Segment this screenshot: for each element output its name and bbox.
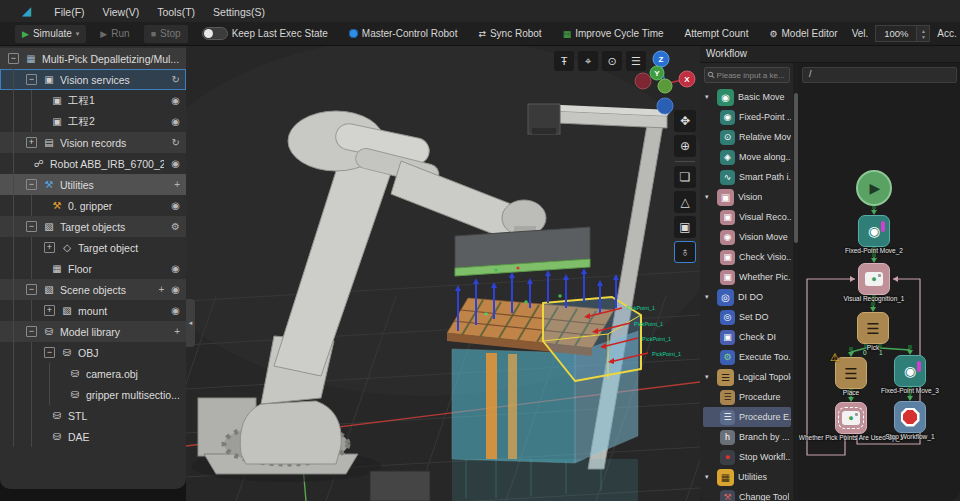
- menu-file-f[interactable]: File(F): [45, 4, 93, 20]
- node-fixed-point-move-2[interactable]: ◉: [858, 215, 890, 247]
- wf-step-check-di[interactable]: ▣Check DI: [703, 327, 791, 347]
- wf-step-stop-workfl[interactable]: ●Stop Workfl...: [703, 447, 791, 467]
- collapse-icon[interactable]: −: [26, 74, 37, 85]
- wf-category-logical-topology[interactable]: ▾☰Logical Topology: [703, 367, 791, 387]
- refresh-icon[interactable]: ↻: [172, 74, 180, 85]
- tree-item-stl-group[interactable]: ⛁STL: [0, 405, 186, 426]
- velocity-spinner[interactable]: 100% ▲▼: [875, 25, 930, 42]
- gizmo-neg-x-axis[interactable]: [635, 73, 651, 89]
- gear-icon[interactable]: ⚙: [171, 221, 180, 232]
- tree-item-gripper[interactable]: ⚒0. gripper◉: [0, 195, 186, 216]
- menu-tools-t[interactable]: Tools(T): [148, 4, 204, 20]
- snapshot-icon[interactable]: ▣: [674, 216, 696, 238]
- expand-icon[interactable]: +: [26, 137, 37, 148]
- node-fixed-point-move-3[interactable]: ◉: [894, 355, 926, 387]
- eye-icon[interactable]: ◉: [171, 116, 180, 127]
- plus-icon[interactable]: +: [158, 284, 164, 295]
- tree-item-scene-objects[interactable]: −▧Scene objects+◉: [0, 279, 186, 300]
- wf-category-basic-move[interactable]: ▾◉Basic Move: [703, 87, 791, 107]
- wf-step-procedure[interactable]: ☰Procedure: [703, 387, 791, 407]
- chevron-down-icon[interactable]: ▾: [705, 293, 713, 301]
- wf-category-utilities[interactable]: ▾▦Utilities: [703, 467, 791, 487]
- refresh-icon[interactable]: ↻: [172, 137, 180, 148]
- wf-step-set-do[interactable]: ◎Set DO: [703, 307, 791, 327]
- collapse-icon[interactable]: −: [26, 221, 37, 232]
- chevron-down-icon[interactable]: ▾: [705, 93, 713, 101]
- chevron-down-icon[interactable]: ▾: [705, 193, 713, 201]
- run-button[interactable]: ▶ Run: [93, 25, 136, 43]
- wf-step-change-tool[interactable]: ⚒Change Tool: [703, 487, 791, 501]
- tree-item-vision-records[interactable]: +▤Vision records↻: [0, 132, 186, 153]
- orbit-icon[interactable]: ♁: [674, 241, 696, 263]
- gizmo-neg-z-axis[interactable]: [657, 98, 673, 114]
- tree-item-gripper-multisection[interactable]: ⛁gripper multisectio...: [0, 384, 186, 405]
- collapse-icon[interactable]: −: [26, 179, 37, 190]
- eye-icon[interactable]: ⊙: [602, 51, 622, 71]
- tree-item-vision-services[interactable]: −▣Vision services↻: [0, 69, 186, 90]
- tree-item-dae-group[interactable]: ⛁DAE: [0, 426, 186, 447]
- search-input[interactable]: [717, 71, 787, 80]
- eye-icon[interactable]: ◉: [171, 200, 180, 211]
- tree-item-robot[interactable]: ☍Robot ABB_IRB_6700_20...◉: [0, 153, 186, 174]
- tree-item-target-object[interactable]: +◇Target object: [0, 237, 186, 258]
- chevron-down-icon[interactable]: ▾: [76, 30, 80, 38]
- wf-category-vision[interactable]: ▾▣Vision: [703, 187, 791, 207]
- wf-category-di-do[interactable]: ▾◎DI DO: [703, 287, 791, 307]
- expand-icon[interactable]: +: [44, 242, 55, 253]
- menu-settings-s[interactable]: Settings(S): [204, 4, 274, 20]
- tree-item-project-root[interactable]: −▦Multi-Pick Depalletizing/Mul...: [0, 48, 186, 69]
- gizmo-icon[interactable]: ⌖: [578, 51, 598, 71]
- node-start[interactable]: ▶: [856, 170, 892, 206]
- wf-step-whether-pic[interactable]: ▣Whether Pic...: [703, 267, 791, 287]
- collapse-icon[interactable]: −: [44, 347, 55, 358]
- wf-step-vision-move[interactable]: ◉Vision Move: [703, 227, 791, 247]
- wf-step-visual-reco[interactable]: ▣Visual Reco...: [703, 207, 791, 227]
- tree-item-utilities[interactable]: −⚒Utilities+: [0, 174, 186, 195]
- node-stop-workflow-1[interactable]: [894, 401, 926, 433]
- eye-icon[interactable]: ◉: [171, 263, 180, 274]
- tree-item-gongcheng-1[interactable]: ▣工程1◉: [0, 90, 186, 111]
- wf-step-fixed-point[interactable]: ◉Fixed-Point ...: [703, 107, 791, 127]
- collapse-icon[interactable]: −: [26, 326, 37, 337]
- node-pick[interactable]: ☰: [857, 312, 889, 344]
- collapse-icon[interactable]: −: [26, 284, 37, 295]
- wf-step-check-visio[interactable]: ▣Check Visio...: [703, 247, 791, 267]
- attempt-count-button[interactable]: Attempt Count: [678, 25, 756, 43]
- node-place[interactable]: ☰⚠: [835, 357, 867, 389]
- eye-icon[interactable]: ◉: [171, 305, 180, 316]
- wf-step-smart-path-i[interactable]: ∿Smart Path i...: [703, 167, 791, 187]
- tree-item-camera-obj[interactable]: ⛁camera.obj: [0, 363, 186, 384]
- node-whether-pick-points-are-used-up-1[interactable]: ●: [835, 402, 867, 434]
- zoom-icon[interactable]: ⊕: [674, 135, 696, 157]
- tree-item-obj-group[interactable]: −⛁OBJ: [0, 342, 186, 363]
- sync-robot-button[interactable]: ⇄ Sync Robot: [471, 25, 548, 43]
- menu-view-v[interactable]: View(V): [94, 4, 149, 20]
- scrollbar-thumb[interactable]: [794, 93, 798, 243]
- panel-collapse-handle[interactable]: ◂: [186, 299, 195, 347]
- scene-canvas[interactable]: PickPoint_1 PickPoint_1 PickPoint_1 Pick…: [186, 46, 700, 501]
- fit-view-icon[interactable]: ❏: [674, 166, 696, 188]
- model-editor-button[interactable]: ⚙ Model Editor: [762, 25, 844, 43]
- simulate-button[interactable]: ▶ Simulate ▾: [15, 25, 86, 43]
- node-visual-recognition-1[interactable]: ●: [858, 263, 890, 295]
- plus-icon[interactable]: +: [174, 179, 180, 190]
- collapse-icon[interactable]: −: [8, 53, 19, 64]
- eye-icon[interactable]: ◉: [171, 95, 180, 106]
- viewport-3d[interactable]: PickPoint_1 PickPoint_1 PickPoint_1 Pick…: [186, 46, 700, 501]
- tree-item-model-library[interactable]: −⛁Model library+: [0, 321, 186, 342]
- chevron-down-icon[interactable]: ▾: [705, 373, 713, 381]
- tree-item-floor[interactable]: ▦Floor◉: [0, 258, 186, 279]
- wf-step-relative-move[interactable]: ⊙Relative Move: [703, 127, 791, 147]
- gizmo-center[interactable]: [658, 79, 672, 93]
- stepper-arrows-icon[interactable]: ▲▼: [917, 25, 930, 42]
- workflow-graph-panel[interactable]: ▶◉Fixed-Point Move_2●Visual Recognition_…: [799, 63, 960, 501]
- wf-step-execute-too[interactable]: ⚙Execute Too...: [703, 347, 791, 367]
- gripper-tool[interactable]: [455, 227, 590, 276]
- eye-icon[interactable]: ◉: [171, 284, 180, 295]
- pan-icon[interactable]: ✥: [674, 110, 696, 132]
- stop-button[interactable]: ■ Stop: [144, 25, 188, 43]
- tree-item-gongcheng-2[interactable]: ▣工程2◉: [0, 111, 186, 132]
- chevron-down-icon[interactable]: ▾: [705, 473, 713, 481]
- workflow-search[interactable]: ⚲: [704, 67, 790, 83]
- wf-step-branch-by[interactable]: hBranch by ...: [703, 427, 791, 447]
